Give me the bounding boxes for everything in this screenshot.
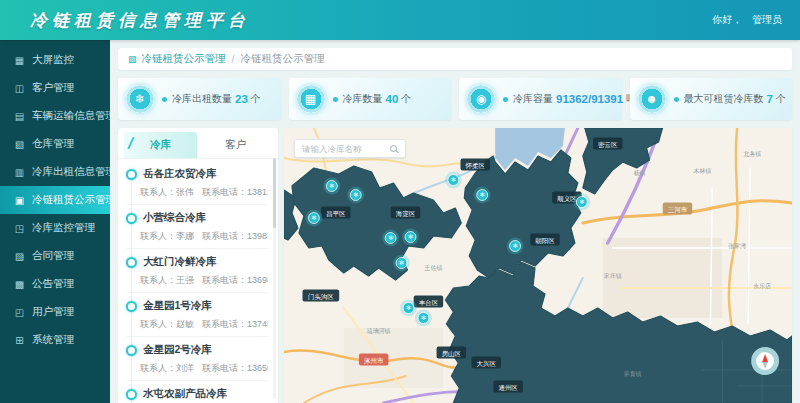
stat-unit: 个 <box>776 92 786 106</box>
snowflake-icon: ❄ <box>408 233 413 240</box>
tab-label: 冷库 <box>150 138 171 152</box>
sidebar-item-label: 客户管理 <box>32 81 74 95</box>
cold-storage-map-marker[interactable]: ❄ <box>400 300 417 317</box>
sidebar-item[interactable]: ⊞ 系统管理 <box>0 326 110 354</box>
cold-storage-list-item[interactable]: 金星园1号冷库 联系人：赵敏 联系电话：13745896321 <box>126 293 268 337</box>
map-town-label: 采育镇 <box>624 370 642 377</box>
cold-storage-list: 岳各庄农贸冷库 联系人：张伟 联系电话：13812345678 小营综合冷库 联… <box>118 159 278 403</box>
snowflake-icon: ❄ <box>311 214 316 221</box>
map-canvas[interactable]: 南口镇王佐镇琉璃河镇宋庄镇木林镇张家湾采育镇永乐店杨镇北务镇 昌平区海淀区怀柔区… <box>284 128 792 403</box>
sidebar-item[interactable]: ▧ 仓库管理 <box>0 130 110 158</box>
sidebar-item[interactable]: ▥ 冷库出租信息管理 <box>0 158 110 186</box>
app-title: 冷链租赁信息管理平台 <box>30 9 250 32</box>
map-region-label: 海淀区 <box>391 207 420 219</box>
stat-value: 7 <box>767 93 773 105</box>
warehouse-icon: ▧ <box>13 139 26 150</box>
cold-storage-list-item[interactable]: 小营综合冷库 联系人：李娜 联系电话：13987654321 <box>126 205 268 249</box>
cold-storage-icon <box>126 389 137 400</box>
sidebar-item-label: 公告管理 <box>32 277 74 291</box>
cold-storage-map-marker[interactable]: ❄ <box>393 255 410 272</box>
cold-storage-list-item[interactable]: 水屯农副产品冷库 联系人：陈杰 联系电话：13598764123 <box>126 381 268 403</box>
stat-label: 冷库数量 <box>343 92 383 106</box>
sidebar-item[interactable]: ▨ 合同管理 <box>0 242 110 270</box>
snowflake-icon: ❄ <box>126 85 154 113</box>
breadcrumb-icon: ▧ <box>128 54 137 64</box>
contract-icon: ▨ <box>13 251 26 262</box>
phone-field: 联系电话：13656987452 <box>202 362 268 375</box>
cold-storage-map-marker[interactable]: ❄ <box>507 238 524 255</box>
cold-storage-map-marker[interactable]: ❄ <box>573 194 590 211</box>
stat-value: 91362/91391 <box>556 93 623 105</box>
sidebar-item[interactable]: ◰ 用户管理 <box>0 298 110 326</box>
cold-storage-list-item[interactable]: 金星园2号冷库 联系人：刘洋 联系电话：13656987452 <box>126 337 268 381</box>
sidebar-item[interactable]: ▣ 冷链租赁公示管理 <box>0 186 110 214</box>
sidebar-item-label: 用户管理 <box>32 305 74 319</box>
monitor-icon: ▦ <box>13 55 26 66</box>
capacity-icon: ◉ <box>467 85 495 113</box>
cold-storage-map-marker[interactable]: ❄ <box>347 187 364 204</box>
sidebar-item[interactable]: ▤ 车辆运输信息管理 <box>0 102 110 130</box>
map-container[interactable]: 南口镇王佐镇琉璃河镇宋庄镇木林镇张家湾采育镇永乐店杨镇北务镇 昌平区海淀区怀柔区… <box>284 128 792 403</box>
cold-storage-icon <box>126 169 137 180</box>
tab-inactive[interactable]: 客户 <box>199 132 272 158</box>
cold-storage-map-marker[interactable]: ❄ <box>474 187 491 204</box>
sidebar-item-label: 冷链租赁公示管理 <box>32 193 110 207</box>
snowflake-icon: ❄ <box>579 198 584 205</box>
cold-storage-map-marker[interactable]: ❄ <box>305 210 322 227</box>
tab-active[interactable]: 冷库 <box>124 132 197 158</box>
stat-bullet-dot <box>674 97 679 102</box>
snowflake-icon: ❄ <box>353 191 358 198</box>
map-search-input[interactable] <box>300 143 390 155</box>
cold-storage-map-marker[interactable]: ❄ <box>382 230 399 247</box>
stat-label: 最大可租赁冷库数 <box>684 92 764 106</box>
map-town-label: 北务镇 <box>743 150 761 158</box>
cold-storage-list-item[interactable]: 岳各庄农贸冷库 联系人：张伟 联系电话：13812345678 <box>126 161 268 205</box>
cold-storage-map-marker[interactable]: ❄ <box>323 178 340 195</box>
main-area: ▧ 冷链租赁公示管理 / 冷链租赁公示管理 ❄ 冷库出租数量 23 个▦ 冷库数… <box>110 40 800 403</box>
sidebar-item[interactable]: ▦ 大屏监控 <box>0 46 110 74</box>
rent-info-icon: ▥ <box>13 167 26 178</box>
map-town-label: 宋庄镇 <box>604 272 622 279</box>
cold-storage-map-marker[interactable]: ❄ <box>445 172 462 189</box>
cold-storage-list-item[interactable]: 大红门冷鲜冷库 联系人：王强 联系电话：13698745612 <box>126 249 268 293</box>
sidebar-nav: ▦ 大屏监控◫ 客户管理▤ 车辆运输信息管理▧ 仓库管理▥ 冷库出租信息管理▣ … <box>0 40 110 403</box>
svg-text:通州区: 通州区 <box>498 384 518 391</box>
stat-card: ☻ 最大可租赁冷库数 7 个 <box>630 78 793 120</box>
stat-card: ◉ 冷库容量 91362/91391 吨 <box>459 78 622 120</box>
stat-bullet-dot <box>503 97 508 102</box>
sidebar-item[interactable]: ◳ 冷库监控管理 <box>0 214 110 242</box>
sidebar-item-label: 合同管理 <box>32 249 74 263</box>
content-row: 冷库客户 岳各庄农贸冷库 联系人：张伟 联系电话：13812345678 小营综… <box>118 128 792 403</box>
sidebar-item-label: 冷库出租信息管理 <box>32 165 110 179</box>
transport-icon: ▤ <box>13 111 26 122</box>
list-scrollbar-thumb[interactable] <box>273 158 276 228</box>
list-scrollbar[interactable] <box>273 158 276 399</box>
breadcrumb-root[interactable]: 冷链租赁公示管理 <box>142 52 226 66</box>
map-compass-control[interactable] <box>751 347 779 375</box>
map-town-label: 木林镇 <box>692 168 711 174</box>
username-link[interactable]: 管理员 <box>752 13 782 27</box>
breadcrumb-separator: / <box>232 53 235 65</box>
user-greeting: 你好， <box>712 13 742 27</box>
sidebar-item[interactable]: ▩ 公告管理 <box>0 270 110 298</box>
sidebar-item-label: 大屏监控 <box>32 53 74 67</box>
map-town-label: 琉璃河镇 <box>367 327 391 335</box>
map-region-label: 丰台区 <box>414 296 443 308</box>
map-town-label: 王佐镇 <box>423 264 442 271</box>
map-region-label: 密云区 <box>593 138 622 150</box>
customer-icon: ◫ <box>13 83 26 94</box>
cold-storage-map-marker[interactable]: ❄ <box>402 229 419 246</box>
map-region-label: 房山区 <box>437 347 466 359</box>
contact-field: 联系人：张伟 <box>140 186 194 199</box>
svg-text:门头沟区: 门头沟区 <box>308 293 334 301</box>
cold-storage-map-marker[interactable]: ❄ <box>415 310 432 327</box>
cold-storage-list-panel: 冷库客户 岳各庄农贸冷库 联系人：张伟 联系电话：13812345678 小营综… <box>118 128 278 403</box>
sidebar-item[interactable]: ◫ 客户管理 <box>0 74 110 102</box>
svg-text:大兴区: 大兴区 <box>477 360 497 368</box>
notice-icon: ▩ <box>13 279 26 290</box>
stat-bullet-dot <box>333 97 338 102</box>
map-region-label: 涿州市 <box>359 354 388 366</box>
top-bar: 冷链租赁信息管理平台 你好， 管理员 <box>0 0 800 40</box>
tab-label: 客户 <box>225 138 246 152</box>
sidebar-item-label: 车辆运输信息管理 <box>32 109 110 123</box>
